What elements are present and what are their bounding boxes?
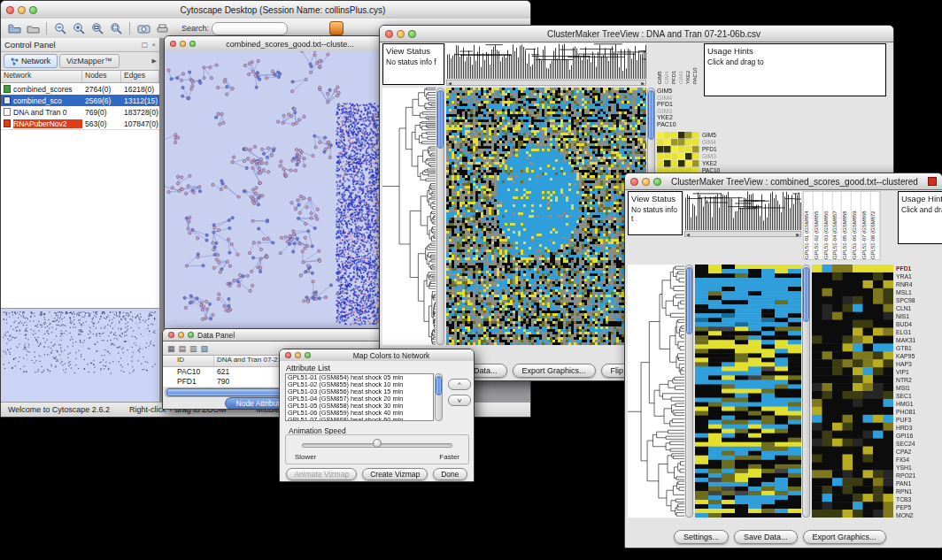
- close-panel-icon[interactable]: ×: [151, 41, 156, 49]
- zoom-fit-icon[interactable]: [108, 20, 124, 36]
- export-graphics-button[interactable]: Export Graphics...: [803, 530, 886, 544]
- snapshot-icon[interactable]: [135, 20, 151, 36]
- usage-hints-text: Click and drag t: [901, 205, 942, 214]
- close-button[interactable]: [285, 352, 291, 358]
- attribute-matrix-icon[interactable]: ▥: [189, 344, 197, 353]
- scrollbar-thumb[interactable]: [686, 267, 692, 334]
- header-network[interactable]: Network: [1, 71, 82, 82]
- close-button[interactable]: [6, 6, 14, 14]
- minimize-button[interactable]: [18, 6, 26, 14]
- scroll-right-arrow[interactable]: ▶: [796, 232, 799, 237]
- done-button[interactable]: Done: [433, 468, 467, 480]
- create-vizmap-button[interactable]: Create Vizmap: [362, 468, 428, 480]
- scrollbar-thumb[interactable]: [166, 388, 293, 396]
- dendrogram-hscrollbar[interactable]: ◀▶: [684, 231, 801, 237]
- zoom-button[interactable]: [305, 352, 311, 358]
- scrollbar-thumb[interactable]: [436, 376, 442, 395]
- main-titlebar[interactable]: Cytoscape Desktop (Session Name: collins…: [1, 1, 530, 19]
- network-view-titlebar[interactable]: combined_scores_good.txt--cluste...: [165, 36, 386, 52]
- search-input[interactable]: [212, 22, 288, 35]
- network-table-row[interactable]: RNAPuberNov2563(0)107847(0): [1, 118, 159, 129]
- network-row-edges: 16218(0): [121, 85, 159, 94]
- minimize-button[interactable]: [180, 41, 186, 47]
- network-table-row[interactable]: combined_scores2764(0)16218(0): [1, 83, 159, 95]
- data-panel-titlebar[interactable]: Data Panel: [163, 329, 386, 341]
- map-colors-titlebar[interactable]: Map Colors to Network: [280, 349, 474, 362]
- row-dendrogram[interactable]: [628, 265, 684, 518]
- network-table-row[interactable]: combined_sco2569(6)13112(15): [1, 95, 159, 106]
- correlation-matrix-canvas[interactable]: [657, 132, 699, 174]
- network-view-canvas[interactable]: [165, 51, 386, 328]
- row-dendrogram-scrollbar[interactable]: [685, 265, 693, 518]
- zoom-button[interactable]: [188, 332, 194, 338]
- column-dendrogram[interactable]: [446, 43, 646, 79]
- zoom-button[interactable]: [653, 178, 661, 186]
- header-nodes[interactable]: Nodes: [82, 71, 121, 82]
- column-dendrogram[interactable]: [684, 191, 801, 230]
- network-view-window: combined_scores_good.txt--cluste...: [164, 35, 387, 329]
- network-table-row[interactable]: DNA and Tran 0769(0)183728(0): [1, 106, 159, 118]
- row-dendrogram[interactable]: [382, 88, 436, 345]
- close-button[interactable]: [630, 178, 638, 186]
- network-row-edges: 13112(15): [121, 96, 159, 105]
- delete-attribute-icon[interactable]: ▧: [201, 344, 209, 353]
- float-panel-icon[interactable]: ▢: [142, 41, 149, 49]
- print-icon[interactable]: [154, 20, 170, 36]
- attribute-list-scrollbar[interactable]: [435, 373, 443, 421]
- zoom-out-icon[interactable]: [52, 20, 68, 36]
- close-button[interactable]: [385, 30, 393, 38]
- settings-button[interactable]: Settings...: [674, 530, 729, 544]
- heatmap-canvas[interactable]: [695, 265, 801, 518]
- network-row-name: combined_scores: [13, 85, 82, 94]
- scrollbar-thumb[interactable]: [803, 267, 809, 322]
- scroll-left-arrow[interactable]: ◀: [448, 81, 452, 86]
- view-status-text: No status info f: [386, 58, 441, 66]
- move-down-button[interactable]: v: [448, 395, 471, 406]
- minimize-button[interactable]: [295, 352, 301, 358]
- row-dendrogram-scrollbar[interactable]: [436, 88, 444, 345]
- select-attributes-icon[interactable]: ▦: [167, 344, 175, 353]
- network-row-nodes: 2764(0): [82, 85, 121, 94]
- scrollbar-thumb[interactable]: [437, 90, 444, 149]
- minimize-button[interactable]: [397, 30, 405, 38]
- zoom-in-icon[interactable]: [71, 20, 87, 36]
- zoom-button[interactable]: [408, 30, 416, 38]
- network-overview-canvas[interactable]: [1, 309, 158, 402]
- heatmap-scrollbar[interactable]: [802, 265, 810, 518]
- treeview-combined-titlebar[interactable]: ClusterMaker TreeView : combined_scores_…: [625, 173, 942, 190]
- treeview-dna-titlebar[interactable]: ClusterMaker TreeView : DNA and Tran 07-…: [380, 26, 893, 42]
- header-edges[interactable]: Edges: [121, 71, 159, 82]
- speed-slider-thumb[interactable]: [373, 439, 382, 448]
- attribute-list[interactable]: GPL51-01 (GSM854) heat shock 05 minGPL51…: [285, 373, 434, 421]
- tab-vizmapper[interactable]: VizMapper™: [59, 54, 120, 68]
- move-up-button[interactable]: ^: [448, 379, 471, 390]
- import-network-icon[interactable]: [25, 20, 41, 36]
- dendrogram-hscrollbar[interactable]: ◀▶: [446, 80, 646, 86]
- scrollbar-thumb[interactable]: [648, 90, 654, 140]
- gene-label: CPA2: [896, 448, 942, 456]
- column-label: PFD1: [671, 43, 677, 84]
- zoom-heatmap-canvas[interactable]: [812, 265, 893, 518]
- minimize-button[interactable]: [178, 332, 184, 338]
- create-attribute-icon[interactable]: ▤: [179, 344, 187, 353]
- minimize-button[interactable]: [642, 178, 650, 186]
- annotation-icon[interactable]: [329, 21, 344, 35]
- tab-overflow-arrow[interactable]: ▶: [152, 58, 157, 65]
- scroll-right-arrow[interactable]: ▶: [641, 81, 645, 86]
- tab-network[interactable]: Network: [4, 54, 58, 68]
- zoom-selected-icon[interactable]: [89, 20, 105, 36]
- close-button[interactable]: [168, 332, 174, 338]
- scroll-left-arrow[interactable]: ◀: [686, 232, 690, 237]
- zoom-button[interactable]: [189, 41, 196, 47]
- export-graphics-button[interactable]: Export Graphics...: [513, 364, 596, 378]
- header-id[interactable]: ID: [163, 356, 214, 366]
- heatmap-canvas[interactable]: [446, 88, 646, 345]
- attribute-item[interactable]: GPL51-07 (GSM868) heat shock 60 min: [286, 417, 433, 421]
- close-box-icon[interactable]: [928, 177, 937, 186]
- save-data-button[interactable]: Save Data...: [734, 530, 798, 544]
- slower-label: Slower: [295, 453, 316, 461]
- open-folder-icon[interactable]: [6, 20, 22, 36]
- close-button[interactable]: [170, 41, 176, 47]
- zoom-button[interactable]: [29, 6, 37, 14]
- column-label: YKE2: [685, 43, 691, 84]
